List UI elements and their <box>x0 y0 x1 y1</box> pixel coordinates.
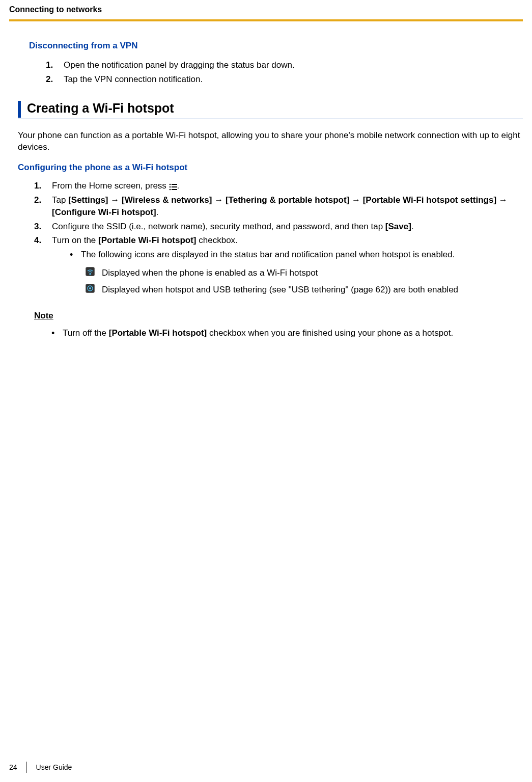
menu-list-icon <box>169 182 177 189</box>
step-number: 1. <box>34 180 41 192</box>
section-underline <box>18 119 523 119</box>
list-item: The following icons are displayed in the… <box>70 249 523 261</box>
svg-point-0 <box>169 183 171 185</box>
note-text-suffix: checkbox when you are finished using you… <box>207 328 453 338</box>
step-number: 1. <box>46 59 53 71</box>
arrow-separator: → <box>108 195 122 205</box>
note-heading: Note <box>34 311 523 321</box>
arrow-separator: → <box>496 195 508 205</box>
table-row: Displayed when hotspot and USB tethering… <box>86 284 523 296</box>
section-heading-hotspot: Creating a Wi-Fi hotspot <box>27 101 174 118</box>
hotspot-steps-list: 1. From the Home screen, press . 2. Tap … <box>34 180 523 296</box>
step-number: 3. <box>34 221 41 233</box>
list-item: Turn off the [Portable Wi-Fi hotspot] ch… <box>51 327 523 339</box>
icon-description-table: Displayed when the phone is enabled as a… <box>86 267 523 296</box>
footer-title: User Guide <box>36 763 72 771</box>
wifi-hotspot-icon <box>86 267 95 276</box>
bold-portable-hotspot: [Portable Wi-Fi hotspot] <box>98 235 197 245</box>
icon-cell <box>86 284 102 296</box>
bold-tethering: [Tethering & portable hotspot] <box>226 195 349 205</box>
list-item: 1. From the Home screen, press . <box>34 180 523 192</box>
subheading-disconnect-vpn: Disconnecting from a VPN <box>29 41 523 51</box>
step-text: Tap the VPN connection notification. <box>64 74 203 84</box>
step-text-prefix: Configure the SSID (i.e., network name),… <box>52 222 385 231</box>
header-title: Connecting to networks <box>9 5 523 14</box>
svg-rect-3 <box>172 186 177 187</box>
list-item: 2. Tap the VPN connection notification. <box>46 73 523 86</box>
subheading-configure-hotspot: Configuring the phone as a Wi-Fi hotspot <box>18 163 523 173</box>
arrow-separator: → <box>212 195 225 205</box>
note-list: Turn off the [Portable Wi-Fi hotspot] ch… <box>51 327 523 339</box>
step-text: Open the notification panel by dragging … <box>64 60 295 70</box>
step-text-prefix: Tap <box>52 195 68 205</box>
page-content: Disconnecting from a VPN 1. Open the not… <box>18 41 523 339</box>
icon-description: Displayed when the phone is enabled as a… <box>102 267 523 279</box>
svg-rect-5 <box>172 189 177 190</box>
tethering-icon <box>86 284 95 293</box>
bold-wireless: [Wireless & networks] <box>122 195 212 205</box>
bullet-text: The following icons are displayed in the… <box>81 250 455 259</box>
icon-description: Displayed when hotspot and USB tethering… <box>102 284 523 296</box>
step-number: 2. <box>34 194 41 206</box>
bold-save: [Save] <box>385 222 411 231</box>
section-heading-row: Creating a Wi-Fi hotspot <box>18 101 523 118</box>
svg-point-6 <box>90 273 91 274</box>
step-number: 2. <box>46 73 53 86</box>
arrow-separator: → <box>349 195 362 205</box>
step-text-suffix: . <box>411 222 414 231</box>
footer-divider <box>26 762 27 773</box>
bold-portable-settings: [Portable Wi-Fi hotspot settings] <box>363 195 496 205</box>
table-row: Displayed when the phone is enabled as a… <box>86 267 523 280</box>
step-text-suffix: . <box>156 207 159 217</box>
step-text-suffix: checkbox. <box>197 235 238 245</box>
bold-settings: [Settings] <box>68 195 108 205</box>
bold-portable-hotspot: [Portable Wi-Fi hotspot] <box>109 328 207 338</box>
svg-rect-1 <box>172 184 177 185</box>
icon-cell <box>86 267 102 280</box>
svg-point-2 <box>169 186 171 187</box>
vpn-steps-list: 1. Open the notification panel by draggi… <box>46 59 523 86</box>
page-footer: 24 User Guide <box>9 762 72 773</box>
list-item: 1. Open the notification panel by draggi… <box>46 59 523 71</box>
step-text-suffix: . <box>177 181 180 191</box>
svg-point-7 <box>89 287 91 289</box>
step-text-prefix: Turn on the <box>52 235 98 245</box>
list-item: 4. Turn on the [Portable Wi-Fi hotspot] … <box>34 234 523 296</box>
section-heading-accent <box>18 101 21 118</box>
hotspot-intro-text: Your phone can function as a portable Wi… <box>18 129 523 154</box>
step-number: 4. <box>34 234 41 247</box>
svg-point-4 <box>169 188 171 190</box>
list-item: 2. Tap [Settings] → [Wireless & networks… <box>34 194 523 219</box>
sub-bullet-list: The following icons are displayed in the… <box>70 249 523 261</box>
page-header: Connecting to networks <box>9 5 523 21</box>
note-text-prefix: Turn off the <box>63 328 109 338</box>
bold-configure: [Configure Wi-Fi hotspot] <box>52 207 156 217</box>
list-item: 3. Configure the SSID (i.e., network nam… <box>34 221 523 233</box>
step-text-prefix: From the Home screen, press <box>52 181 169 191</box>
header-accent-line <box>9 19 523 21</box>
footer-page-number: 24 <box>9 763 26 771</box>
